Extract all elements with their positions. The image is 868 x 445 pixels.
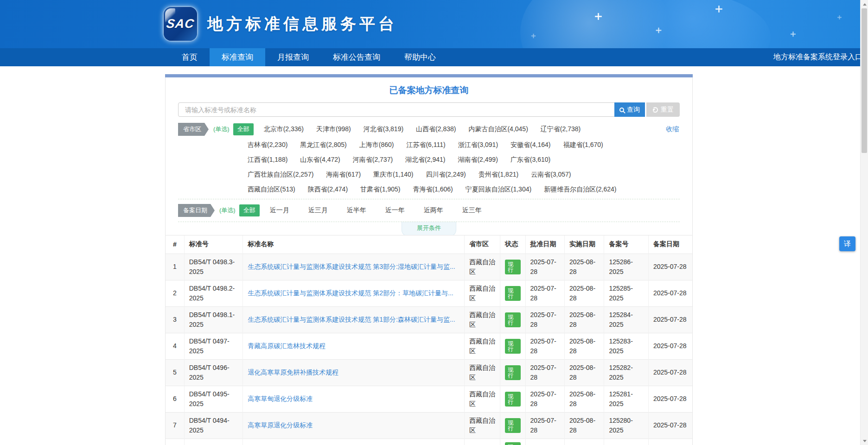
province-option[interactable]: 新疆维吾尔自治区(2,624) [544,185,616,194]
cell-code [184,439,243,445]
province-option[interactable]: 四川省(2,249) [426,171,466,179]
province-option[interactable]: 北京市(2,336) [264,125,304,134]
cell-record_no: 125283-2025 [604,333,649,359]
province-option[interactable]: 云南省(3,057) [531,171,571,179]
standard-name-link[interactable]: 生态系统碳汇计量与监测体系建设技术规范 第1部分:森林碳汇计量与监... [248,315,460,324]
date-option[interactable]: 近一月 [270,206,289,215]
province-option[interactable]: 山西省(2,838) [416,125,456,134]
cell-record_date: 2025-07-28 [648,306,692,333]
date-filter-line: 备案日期 (单选) 全部 近一月近三月近半年近一年近两年近三年 [178,204,680,217]
province-all-option[interactable]: 全部 [233,123,254,135]
date-all-option[interactable]: 全部 [239,204,260,216]
translate-button[interactable]: 译 [839,236,855,251]
sparkle-decoration [718,6,720,13]
cell-name: 生态系统碳汇计量与监测体系建设技术规范 第1部分:森林碳汇计量与监... [243,306,465,333]
cell-record_no: 125280-2025 [604,412,649,439]
cell-record_date: 2025-07-28 [648,333,692,359]
nav-login-link[interactable]: 地方标准备案系统登录入口 [773,48,862,66]
sparkle-decoration [598,13,599,20]
table-header-row: #标准号标准名称省市区状态批准日期实施日期备案号备案日期 [166,235,692,254]
cell-index: 4 [166,333,184,359]
cell-status: 现行 [500,386,525,412]
province-option[interactable]: 安徽省(4,164) [511,141,550,149]
reset-button[interactable]: 重置 [646,102,680,117]
scrollbar-thumb[interactable] [862,8,867,153]
cell-approval_date: 2025-07-28 [525,306,564,333]
date-option[interactable]: 近两年 [424,206,443,215]
cell-impl_date: 2025-08-28 [565,386,604,412]
province-option[interactable]: 西藏自治区(513) [248,185,295,194]
search-button[interactable]: 查询 [614,102,645,117]
province-option[interactable]: 广西壮族自治区(2,257) [248,171,313,179]
cell-region: 西藏自治区 [464,412,500,439]
cell-code: DB54/T 0494-2025 [184,412,243,439]
province-option[interactable]: 陕西省(2,474) [308,185,348,194]
cell-code: DB54/T 0498.1-2025 [184,306,243,333]
date-option[interactable]: 近半年 [347,206,366,215]
province-option[interactable]: 河北省(3,819) [364,125,403,134]
standard-name-link[interactable]: 生态系统碳汇计量与监测体系建设技术规范 第3部分:湿地碳汇计量与监... [248,262,460,271]
province-option[interactable]: 江苏省(6,111) [406,141,445,149]
search-button-label: 查询 [627,106,640,114]
page: SAC 地方标准信息服务平台 首页标准查询月报查询标准公告查询帮助中心 地方标准… [0,0,868,445]
province-option[interactable]: 重庆市(1,140) [373,171,413,179]
province-option[interactable]: 江西省(1,188) [248,156,287,164]
province-option[interactable]: 吉林省(2,230) [248,141,287,149]
province-option[interactable]: 天津市(998) [316,125,351,134]
date-option[interactable]: 近一年 [385,206,405,215]
expand-conditions-button[interactable]: 展开条件 [402,222,456,236]
status-badge: 现行 [505,442,520,445]
standard-name-link[interactable]: 高寒草甸退化分级标准 [248,394,460,403]
date-filter-mode: (单选) [219,206,236,215]
province-option[interactable]: 黑龙江省(2,805) [300,141,346,149]
date-option[interactable]: 近三年 [462,206,482,215]
standard-name-link[interactable]: 生态系统碳汇计量与监测体系建设技术规范 第2部分：草地碳汇计量与... [248,288,460,298]
province-option[interactable]: 浙江省(3,091) [458,141,498,149]
nav-item-4[interactable]: 帮助中心 [392,48,448,66]
province-option[interactable]: 河南省(2,737) [353,156,393,164]
date-filter-wrap: 备案日期 (单选) 全部 近一月近三月近半年近一年近两年近三年 [178,199,680,222]
province-filter-line: 省市区 (单选) 全部 北京市(2,336)天津市(998)河北省(3,819)… [178,123,680,136]
nav-item-3[interactable]: 标准公告查询 [321,48,392,66]
standard-name-link[interactable]: 退化高寒草原免耕补播技术规程 [248,368,460,377]
cell-record_no: 125285-2025 [604,280,649,306]
province-option[interactable]: 广东省(3,610) [511,156,550,164]
search-input[interactable] [178,102,615,117]
province-option[interactable]: 宁夏回族自治区(1,304) [466,185,531,194]
standard-name-link[interactable]: 青藏高原碳汇造林技术规程 [248,341,460,350]
date-options-row: 近一月近三月近半年近一年近两年近三年 [270,206,482,215]
province-option[interactable]: 贵州省(1,821) [479,171,518,179]
province-option[interactable]: 山东省(4,472) [300,156,340,164]
province-option[interactable]: 内蒙古自治区(4,045) [468,125,528,134]
standard-name-link[interactable]: 高寒草原退化分级标准 [248,420,460,430]
province-option[interactable]: 甘肃省(1,905) [360,185,400,194]
nav-item-0[interactable]: 首页 [170,48,210,66]
cell-record_date [648,439,692,445]
province-option[interactable]: 福建省(1,670) [563,141,603,149]
status-badge: 现行 [505,365,520,380]
province-option[interactable]: 辽宁省(2,738) [541,125,581,134]
cell-name: 生态系统碳汇计量与监测体系建设技术规范 第3部分:湿地碳汇计量与监... [243,254,465,280]
search-icon [619,108,624,112]
province-option[interactable]: 青海省(1,606) [413,185,453,194]
scrollbar-up-arrow[interactable] [861,0,868,8]
site-header: SAC 地方标准信息服务平台 [0,0,868,48]
cell-record_date: 2025-07-28 [648,359,692,386]
date-option[interactable]: 近三月 [308,206,328,215]
column-header-5: 批准日期 [525,235,564,254]
triangle-down-icon [863,440,867,444]
nav-item-2[interactable]: 月报查询 [265,48,321,66]
nav-item-1[interactable]: 标准查询 [210,48,265,66]
province-option[interactable]: 湖北省(2,941) [405,156,445,164]
scrollbar-down-arrow[interactable] [861,437,868,445]
sparkle-decoration [792,32,793,37]
cell-index [166,439,184,445]
province-option[interactable]: 海南省(617) [326,171,361,179]
province-option[interactable]: 上海市(860) [359,141,394,149]
table-row: 7DB54/T 0494-2025高寒草原退化分级标准西藏自治区现行2025-0… [166,412,692,439]
province-option[interactable]: 湖南省(2,499) [458,156,498,164]
collapse-link[interactable]: 收缩 [666,125,679,134]
sparkle-decoration [533,34,534,38]
status-badge: 现行 [505,286,520,301]
sac-logo-text: SAC [166,17,195,31]
